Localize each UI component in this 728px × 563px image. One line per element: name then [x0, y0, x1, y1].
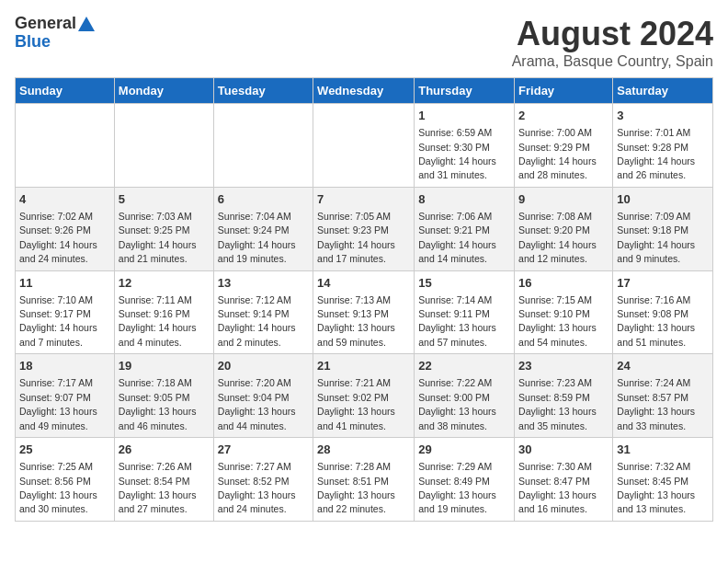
day-number: 10 [617, 191, 709, 208]
day-info: Sunrise: 7:21 AM Sunset: 9:02 PM Dayligh… [317, 377, 395, 431]
header: General Blue August 2024 Arama, Basque C… [15, 15, 713, 70]
day-of-week-header: Thursday [415, 78, 515, 104]
day-info: Sunrise: 7:30 AM Sunset: 8:47 PM Dayligh… [518, 461, 597, 514]
calendar-week-row: 18Sunrise: 7:17 AM Sunset: 9:07 PM Dayli… [16, 354, 713, 438]
day-info: Sunrise: 7:27 AM Sunset: 8:52 PM Dayligh… [218, 461, 296, 514]
calendar-day-cell: 30Sunrise: 7:30 AM Sunset: 8:47 PM Dayli… [515, 438, 613, 522]
day-info: Sunrise: 7:18 AM Sunset: 9:05 PM Dayligh… [119, 377, 197, 431]
day-info: Sunrise: 7:25 AM Sunset: 8:56 PM Dayligh… [19, 461, 97, 514]
day-info: Sunrise: 7:10 AM Sunset: 9:17 PM Dayligh… [19, 294, 97, 348]
day-of-week-header: Friday [515, 78, 613, 104]
day-info: Sunrise: 7:20 AM Sunset: 9:04 PM Dayligh… [218, 377, 296, 431]
day-info: Sunrise: 7:02 AM Sunset: 9:26 PM Dayligh… [19, 211, 97, 264]
day-info: Sunrise: 7:13 AM Sunset: 9:13 PM Dayligh… [317, 294, 395, 348]
calendar-day-cell: 20Sunrise: 7:20 AM Sunset: 9:04 PM Dayli… [213, 354, 313, 438]
day-number: 18 [19, 358, 110, 374]
calendar-day-cell: 27Sunrise: 7:27 AM Sunset: 8:52 PM Dayli… [213, 438, 313, 522]
day-of-week-header: Wednesday [313, 78, 415, 104]
calendar-day-cell [114, 104, 213, 188]
calendar-header-row: SundayMondayTuesdayWednesdayThursdayFrid… [16, 78, 713, 104]
day-info: Sunrise: 7:11 AM Sunset: 9:16 PM Dayligh… [119, 294, 197, 348]
day-info: Sunrise: 7:26 AM Sunset: 8:54 PM Dayligh… [119, 461, 197, 514]
day-number: 6 [218, 191, 309, 208]
day-of-week-header: Tuesday [213, 78, 313, 104]
day-number: 29 [418, 442, 510, 458]
day-number: 3 [617, 108, 709, 124]
calendar-day-cell: 7Sunrise: 7:05 AM Sunset: 9:23 PM Daylig… [313, 187, 415, 270]
calendar-day-cell: 8Sunrise: 7:06 AM Sunset: 9:21 PM Daylig… [415, 187, 515, 270]
day-number: 30 [518, 442, 609, 458]
day-number: 2 [518, 108, 609, 124]
day-info: Sunrise: 7:32 AM Sunset: 8:45 PM Dayligh… [617, 461, 695, 514]
day-info: Sunrise: 7:00 AM Sunset: 9:29 PM Dayligh… [518, 127, 597, 180]
day-info: Sunrise: 7:23 AM Sunset: 8:59 PM Dayligh… [518, 377, 597, 431]
day-info: Sunrise: 7:08 AM Sunset: 9:20 PM Dayligh… [518, 211, 597, 264]
day-of-week-header: Sunday [16, 78, 115, 104]
calendar-day-cell: 22Sunrise: 7:22 AM Sunset: 9:00 PM Dayli… [415, 354, 515, 438]
day-number: 27 [218, 442, 309, 458]
calendar-table: SundayMondayTuesdayWednesdayThursdayFrid… [15, 77, 713, 522]
day-number: 13 [218, 275, 309, 292]
month-year-title: August 2024 [512, 15, 713, 53]
day-info: Sunrise: 7:03 AM Sunset: 9:25 PM Dayligh… [119, 211, 197, 264]
day-number: 4 [19, 191, 110, 208]
day-number: 14 [317, 275, 410, 292]
logo-blue-text: Blue [15, 33, 51, 52]
day-number: 21 [317, 358, 410, 374]
calendar-day-cell: 29Sunrise: 7:29 AM Sunset: 8:49 PM Dayli… [415, 438, 515, 522]
calendar-day-cell: 3Sunrise: 7:01 AM Sunset: 9:28 PM Daylig… [613, 104, 713, 188]
day-number: 31 [617, 442, 709, 458]
calendar-day-cell: 26Sunrise: 7:26 AM Sunset: 8:54 PM Dayli… [114, 438, 213, 522]
svg-marker-0 [78, 17, 95, 31]
day-number: 19 [119, 358, 210, 374]
logo-general-text: General [15, 15, 76, 33]
logo: General Blue [15, 15, 95, 52]
day-number: 7 [317, 191, 410, 208]
calendar-day-cell [16, 104, 115, 188]
calendar-day-cell: 12Sunrise: 7:11 AM Sunset: 9:16 PM Dayli… [114, 270, 213, 354]
day-info: Sunrise: 7:24 AM Sunset: 8:57 PM Dayligh… [617, 377, 695, 431]
day-number: 1 [418, 108, 510, 124]
day-number: 20 [218, 358, 309, 374]
day-of-week-header: Monday [114, 78, 213, 104]
calendar-day-cell: 16Sunrise: 7:15 AM Sunset: 9:10 PM Dayli… [515, 270, 613, 354]
day-number: 26 [119, 442, 210, 458]
calendar-day-cell: 5Sunrise: 7:03 AM Sunset: 9:25 PM Daylig… [114, 187, 213, 270]
day-info: Sunrise: 7:12 AM Sunset: 9:14 PM Dayligh… [218, 294, 296, 348]
location-subtitle: Arama, Basque Country, Spain [512, 53, 713, 70]
day-number: 17 [617, 275, 709, 292]
day-number: 24 [617, 358, 709, 374]
calendar-day-cell: 2Sunrise: 7:00 AM Sunset: 9:29 PM Daylig… [515, 104, 613, 188]
day-info: Sunrise: 7:28 AM Sunset: 8:51 PM Dayligh… [317, 461, 395, 514]
day-number: 5 [119, 191, 210, 208]
calendar-day-cell: 25Sunrise: 7:25 AM Sunset: 8:56 PM Dayli… [16, 438, 115, 522]
day-number: 23 [518, 358, 609, 374]
calendar-day-cell [313, 104, 415, 188]
day-number: 8 [418, 191, 510, 208]
calendar-day-cell: 23Sunrise: 7:23 AM Sunset: 8:59 PM Dayli… [515, 354, 613, 438]
day-info: Sunrise: 7:15 AM Sunset: 9:10 PM Dayligh… [518, 294, 597, 348]
calendar-day-cell: 21Sunrise: 7:21 AM Sunset: 9:02 PM Dayli… [313, 354, 415, 438]
calendar-day-cell: 6Sunrise: 7:04 AM Sunset: 9:24 PM Daylig… [213, 187, 313, 270]
calendar-day-cell: 13Sunrise: 7:12 AM Sunset: 9:14 PM Dayli… [213, 270, 313, 354]
day-info: Sunrise: 7:16 AM Sunset: 9:08 PM Dayligh… [617, 294, 695, 348]
calendar-week-row: 25Sunrise: 7:25 AM Sunset: 8:56 PM Dayli… [16, 438, 713, 522]
day-info: Sunrise: 6:59 AM Sunset: 9:30 PM Dayligh… [418, 127, 496, 180]
calendar-day-cell: 1Sunrise: 6:59 AM Sunset: 9:30 PM Daylig… [415, 104, 515, 188]
day-number: 15 [418, 275, 510, 292]
calendar-week-row: 4Sunrise: 7:02 AM Sunset: 9:26 PM Daylig… [16, 187, 713, 270]
day-number: 28 [317, 442, 410, 458]
title-area: August 2024 Arama, Basque Country, Spain [512, 15, 713, 70]
day-info: Sunrise: 7:29 AM Sunset: 8:49 PM Dayligh… [418, 461, 496, 514]
logo-triangle-icon [78, 17, 95, 31]
calendar-day-cell: 19Sunrise: 7:18 AM Sunset: 9:05 PM Dayli… [114, 354, 213, 438]
calendar-day-cell: 17Sunrise: 7:16 AM Sunset: 9:08 PM Dayli… [613, 270, 713, 354]
calendar-day-cell: 11Sunrise: 7:10 AM Sunset: 9:17 PM Dayli… [16, 270, 115, 354]
day-info: Sunrise: 7:06 AM Sunset: 9:21 PM Dayligh… [418, 211, 496, 264]
calendar-week-row: 11Sunrise: 7:10 AM Sunset: 9:17 PM Dayli… [16, 270, 713, 354]
calendar-day-cell: 31Sunrise: 7:32 AM Sunset: 8:45 PM Dayli… [613, 438, 713, 522]
day-number: 9 [518, 191, 609, 208]
day-number: 16 [518, 275, 609, 292]
calendar-day-cell: 24Sunrise: 7:24 AM Sunset: 8:57 PM Dayli… [613, 354, 713, 438]
day-number: 11 [19, 275, 110, 292]
